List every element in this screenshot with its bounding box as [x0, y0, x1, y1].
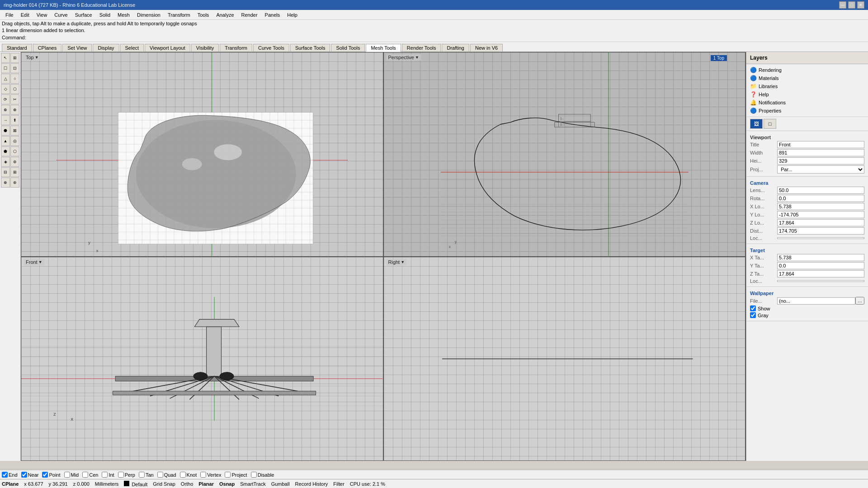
zta-input[interactable] [777, 270, 864, 277]
vertex-snap[interactable]: Vertex [200, 472, 221, 478]
lens-input[interactable] [777, 187, 864, 194]
viewport-front-label[interactable]: Front ▼ [24, 259, 44, 265]
panel-item-materials[interactable]: 🔵 Materials [750, 74, 864, 82]
toolbar-tab-solid-tools[interactable]: Solid Tools [331, 44, 365, 52]
panel-icon-btn-1[interactable]: 🖼 [750, 119, 763, 129]
cen-snap[interactable]: Cen [82, 472, 98, 478]
left-btn-8[interactable]: ⟳ [1, 94, 10, 104]
menu-item-curve[interactable]: Curve [51, 11, 71, 19]
title-input[interactable] [777, 141, 864, 148]
knot-checkbox[interactable] [180, 472, 186, 478]
quad-checkbox[interactable] [157, 472, 163, 478]
file-browse-button[interactable]: … [855, 297, 864, 305]
mid-snap[interactable]: Mid [64, 472, 79, 478]
vertex-checkbox[interactable] [200, 472, 206, 478]
dist-input[interactable] [777, 227, 864, 235]
project-checkbox[interactable] [225, 472, 231, 478]
left-btn-20[interactable]: ◈ [1, 157, 10, 167]
viewport-top-arrow[interactable]: ▼ [35, 55, 39, 60]
left-btn-16[interactable]: ▲ [1, 136, 10, 146]
left-btn-17[interactable]: ◎ [10, 136, 19, 146]
ortho-label[interactable]: Ortho [181, 481, 193, 487]
left-btn-11[interactable]: ⊗ [10, 105, 19, 115]
zloc-input[interactable] [777, 219, 864, 226]
left-btn-0[interactable]: ↖ [1, 53, 10, 63]
toolbar-tab-transform[interactable]: Transform [220, 44, 252, 52]
menu-item-analyze[interactable]: Analyze [212, 11, 237, 19]
tan-checkbox[interactable] [139, 472, 145, 478]
toolbar-tab-drafting[interactable]: Drafting [442, 44, 469, 52]
toolbar-tab-viewport-layout[interactable]: Viewport Layout [145, 44, 190, 52]
menu-item-help[interactable]: Help [283, 11, 301, 19]
left-btn-10[interactable]: ⊕ [1, 105, 10, 115]
viewport-perspective[interactable]: Perspective ▼ 1 Top [383, 52, 746, 257]
toolbar-tab-surface-tools[interactable]: Surface Tools [290, 44, 330, 52]
smarttrack-label[interactable]: SmartTrack [240, 481, 265, 487]
record-history-label[interactable]: Record History [295, 481, 328, 487]
perp-checkbox[interactable] [118, 472, 124, 478]
panel-item-help[interactable]: ❓ Help [750, 90, 864, 99]
toolbar-tab-new-in-v6[interactable]: New in V6 [470, 44, 503, 52]
height-input[interactable] [777, 157, 864, 164]
toolbar-tab-render-tools[interactable]: Render Tools [402, 44, 441, 52]
quad-snap[interactable]: Quad [157, 472, 176, 478]
left-btn-23[interactable]: ⊞ [10, 167, 19, 177]
maximize-button[interactable]: □ [848, 1, 855, 9]
end-snap[interactable]: End [2, 472, 18, 478]
mid-checkbox[interactable] [64, 472, 70, 478]
filter-label[interactable]: Filter [333, 481, 344, 487]
width-input[interactable] [777, 149, 864, 156]
panel-icon-btn-2[interactable]: □ [764, 119, 776, 129]
viewport-front-arrow[interactable]: ▼ [38, 260, 42, 264]
xta-input[interactable] [777, 254, 864, 261]
left-btn-12[interactable]: → [1, 115, 10, 125]
gumball-label[interactable]: Gumball [271, 481, 290, 487]
toolbar-tab-standard[interactable]: Standard [2, 44, 32, 52]
toolbar-tab-curve-tools[interactable]: Curve Tools [253, 44, 289, 52]
toolbar-tab-visibility[interactable]: Visibility [191, 44, 219, 52]
toolbar-tab-cplanes[interactable]: CPlanes [33, 44, 62, 52]
panel-item-libraries[interactable]: 📁 Libraries [750, 82, 864, 90]
menu-item-dimension[interactable]: Dimension [133, 11, 164, 19]
menu-item-edit[interactable]: Edit [17, 11, 33, 19]
int-checkbox[interactable] [102, 472, 108, 478]
disable-checkbox[interactable] [251, 472, 257, 478]
left-btn-15[interactable]: ⊠ [10, 126, 19, 136]
left-btn-14[interactable]: ⬣ [1, 126, 10, 136]
tan-snap[interactable]: Tan [139, 472, 154, 478]
panel-item-properties[interactable]: 🔵 Properties [750, 107, 864, 115]
point-snap[interactable]: Point [42, 472, 60, 478]
panel-item-notifications[interactable]: 🔔 Notifications [750, 99, 864, 107]
rota-input[interactable] [777, 195, 864, 202]
left-btn-24[interactable]: ⊕ [1, 178, 10, 188]
left-btn-19[interactable]: ⬡ [10, 146, 19, 156]
menu-item-file[interactable]: File [2, 11, 17, 19]
viewport-right-arrow[interactable]: ▼ [401, 260, 405, 264]
menu-item-render[interactable]: Render [238, 11, 261, 19]
camera-place-button[interactable] [777, 237, 864, 239]
left-btn-1[interactable]: ⊞ [10, 53, 19, 63]
menu-item-panels[interactable]: Panels [261, 11, 284, 19]
left-btn-25[interactable]: ⊛ [10, 178, 19, 188]
gray-checkbox[interactable] [750, 312, 756, 318]
left-btn-2[interactable]: ☐ [1, 63, 10, 73]
viewport-front[interactable]: Front ▼ [21, 257, 383, 461]
panel-item-rendering[interactable]: 🔵 Rendering [750, 66, 864, 74]
left-btn-7[interactable]: ⬡ [10, 84, 19, 94]
minimize-button[interactable]: — [839, 1, 846, 9]
toolbar-tab-set-view[interactable]: Set View [62, 44, 92, 52]
toolbar-tab-display[interactable]: Display [93, 44, 119, 52]
project-snap[interactable]: Project [225, 472, 247, 478]
cen-checkbox[interactable] [82, 472, 88, 478]
viewport-perspective-arrow[interactable]: ▼ [415, 55, 419, 60]
left-btn-4[interactable]: △ [1, 74, 10, 84]
close-button[interactable]: ✕ [857, 1, 864, 9]
grid-snap-label[interactable]: Grid Snap [153, 481, 175, 487]
near-checkbox[interactable] [21, 472, 27, 478]
left-btn-6[interactable]: ◇ [1, 84, 10, 94]
menu-item-solid[interactable]: Solid [96, 11, 114, 19]
menu-item-transform[interactable]: Transform [164, 11, 194, 19]
osnap-label[interactable]: Osnap [219, 481, 235, 487]
xloc-input[interactable] [777, 203, 864, 210]
perp-snap[interactable]: Perp [118, 472, 135, 478]
